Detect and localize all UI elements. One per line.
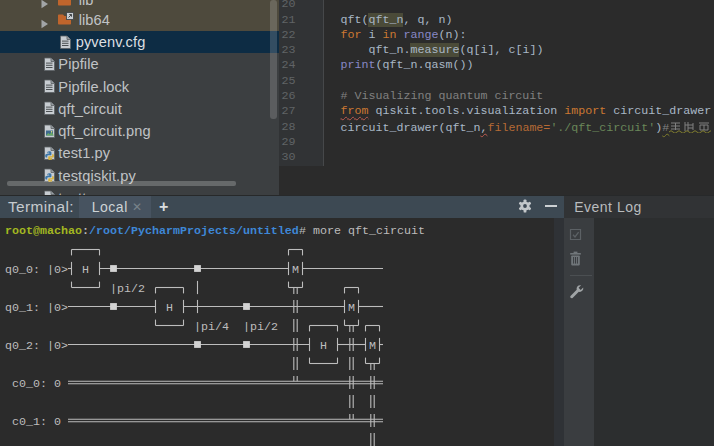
svg-text::: : bbox=[82, 224, 89, 238]
svg-text:q0_0: |0>: q0_0: |0> bbox=[5, 263, 68, 277]
svg-text:M: M bbox=[292, 263, 299, 277]
svg-text:M: M bbox=[348, 301, 355, 315]
svg-text:|pi/4: |pi/4 bbox=[194, 320, 229, 334]
svg-text:H: H bbox=[82, 263, 89, 277]
svg-text:q0_2: |0>: q0_2: |0> bbox=[5, 339, 68, 353]
svg-text:M: M bbox=[369, 339, 376, 353]
svg-text:q0_1: |0>: q0_1: |0> bbox=[5, 301, 68, 315]
svg-text:c0_1: 0: c0_1: 0 bbox=[12, 415, 61, 429]
svg-text:H: H bbox=[320, 339, 327, 353]
svg-text:c0_0: 0: c0_0: 0 bbox=[12, 377, 61, 391]
svg-text:|pi/2: |pi/2 bbox=[243, 320, 278, 334]
svg-text:/root/PycharmProjects/untitled: /root/PycharmProjects/untitled bbox=[89, 224, 299, 238]
svg-text:|pi/2: |pi/2 bbox=[110, 282, 145, 296]
svg-text:root@machao: root@machao bbox=[5, 224, 82, 238]
svg-text:H: H bbox=[166, 301, 173, 315]
svg-text:# more qft_circuit: # more qft_circuit bbox=[299, 224, 425, 238]
